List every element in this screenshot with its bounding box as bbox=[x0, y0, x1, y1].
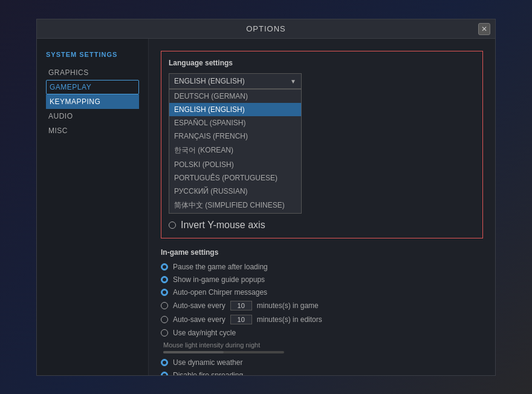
weather-radio[interactable] bbox=[161, 359, 168, 366]
modal-body: SYSTEM SETTINGS GRAPHICS GAMEPLAY KEYMAP… bbox=[37, 39, 495, 375]
setting-row-guide: Show in-game guide popups bbox=[161, 275, 483, 284]
options-modal: OPTIONS ✕ SYSTEM SETTINGS GRAPHICS GAMEP… bbox=[36, 19, 496, 376]
guide-label: Show in-game guide popups bbox=[173, 275, 265, 284]
setting-row-fire: Disable fire spreading bbox=[161, 371, 483, 375]
sidebar-section-title: SYSTEM SETTINGS bbox=[46, 51, 139, 58]
chirper-label: Auto-open Chirper messages bbox=[173, 288, 267, 297]
sidebar-item-audio[interactable]: AUDIO bbox=[46, 109, 139, 123]
autosave-game-label-before: Auto-save every bbox=[173, 301, 225, 310]
close-button[interactable]: ✕ bbox=[478, 23, 490, 35]
modal-header: OPTIONS ✕ bbox=[37, 19, 495, 39]
fire-label: Disable fire spreading bbox=[173, 371, 243, 375]
modal-title: OPTIONS bbox=[246, 24, 286, 33]
pause-label: Pause the game after loading bbox=[173, 263, 268, 271]
autosave-game-input[interactable] bbox=[230, 301, 252, 310]
setting-row-autosave-game: Auto-save every minutes(s) in game bbox=[161, 301, 483, 310]
slider-label: Mouse light intensity during night bbox=[163, 341, 483, 349]
sidebar: SYSTEM SETTINGS GRAPHICS GAMEPLAY KEYMAP… bbox=[37, 39, 149, 375]
autosave-game-radio[interactable] bbox=[161, 302, 168, 309]
autosave-game-label-after: minutes(s) in game bbox=[257, 301, 319, 310]
invert-y-radio[interactable] bbox=[169, 222, 176, 229]
lang-option-deutsch[interactable]: DEUTSCH (GERMAN) bbox=[169, 90, 301, 103]
pause-radio[interactable] bbox=[161, 263, 168, 271]
setting-row-autosave-editor: Auto-save every minutes(s) in editors bbox=[161, 315, 483, 324]
invert-y-label: Invert Y-mouse axis bbox=[181, 220, 265, 231]
lang-option-polski[interactable]: POLSKI (POLISH) bbox=[169, 158, 301, 171]
ingame-settings-section: In-game settings Pause the game after lo… bbox=[161, 248, 483, 375]
chirper-radio[interactable] bbox=[161, 289, 168, 296]
autosave-editor-label-after: minutes(s) in editors bbox=[257, 315, 322, 324]
sidebar-item-graphics[interactable]: GRAPHICS bbox=[46, 65, 139, 80]
setting-row-daynight: Use day/night cycle bbox=[161, 329, 483, 337]
ingame-settings-title: In-game settings bbox=[161, 248, 483, 257]
guide-radio[interactable] bbox=[161, 276, 168, 283]
sidebar-item-misc[interactable]: MISC bbox=[46, 123, 139, 138]
setting-row-weather: Use dynamic weather bbox=[161, 358, 483, 367]
lang-option-english[interactable]: ENGLISH (ENGLISH) bbox=[169, 103, 301, 116]
lang-option-portuguese[interactable]: PORTUGUÊS (PORTUGUESE) bbox=[169, 171, 301, 185]
setting-row-pause: Pause the game after loading bbox=[161, 263, 483, 271]
sidebar-item-gameplay[interactable]: GAMEPLAY bbox=[46, 80, 139, 94]
lang-option-korean[interactable]: 한국어 (KOREAN) bbox=[169, 143, 301, 158]
slider-fill bbox=[163, 351, 224, 353]
autosave-editor-radio[interactable] bbox=[161, 316, 168, 323]
language-dropdown-list: DEUTSCH (GERMAN) ENGLISH (ENGLISH) ESPAÑ… bbox=[169, 89, 302, 214]
slider-track[interactable] bbox=[163, 351, 284, 353]
slider-container: Mouse light intensity during night bbox=[161, 341, 483, 353]
language-settings-box: Language settings ENGLISH (ENGLISH) DEUT… bbox=[161, 51, 483, 238]
setting-row-chirper: Auto-open Chirper messages bbox=[161, 288, 483, 297]
language-dropdown-button[interactable]: ENGLISH (ENGLISH) bbox=[169, 73, 302, 89]
daynight-radio[interactable] bbox=[161, 329, 168, 337]
autosave-editor-input[interactable] bbox=[230, 315, 252, 324]
invert-y-row: Invert Y-mouse axis bbox=[169, 220, 475, 231]
daynight-label: Use day/night cycle bbox=[173, 329, 236, 337]
lang-option-francais[interactable]: FRANÇAIS (FRENCH) bbox=[169, 130, 301, 143]
fire-radio[interactable] bbox=[161, 372, 168, 375]
lang-option-espanol[interactable]: ESPAÑOL (SPANISH) bbox=[169, 116, 301, 130]
lang-option-russian[interactable]: РУССКИЙ (RUSSIAN) bbox=[169, 185, 301, 198]
main-content: Language settings ENGLISH (ENGLISH) DEUT… bbox=[149, 39, 495, 375]
weather-label: Use dynamic weather bbox=[173, 358, 242, 367]
language-settings-title: Language settings bbox=[169, 59, 475, 67]
lang-option-chinese[interactable]: 简体中文 (SIMPLIFIED CHINESE) bbox=[169, 198, 301, 213]
autosave-editor-label-before: Auto-save every bbox=[173, 315, 225, 324]
sidebar-item-keymapping[interactable]: KEYMAPPING bbox=[46, 94, 139, 109]
